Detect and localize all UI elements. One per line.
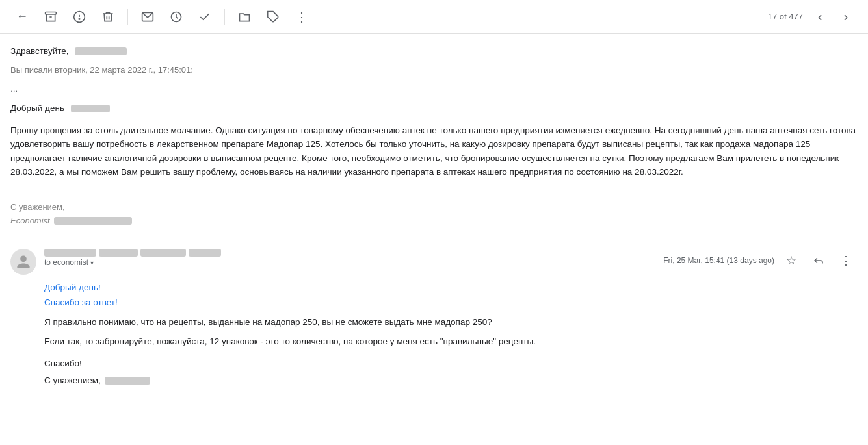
first-email-block: Здравствуйте, Вы писали вторник, 22 март… xyxy=(10,34,858,238)
svg-point-3 xyxy=(79,18,80,19)
quoted-intro: Вы писали вторник, 22 марта 2022 г., 17:… xyxy=(10,64,858,77)
delete-button[interactable] xyxy=(96,5,120,29)
good-day-name-blurred xyxy=(71,105,110,112)
good-day-line: Добрый день xyxy=(10,101,858,116)
archive-icon xyxy=(44,10,57,23)
to-dropdown-arrow[interactable]: ▾ xyxy=(90,259,94,266)
email-meta-right: Fri, 25 Mar, 15:41 (13 days ago) ☆ ⋮ xyxy=(663,249,858,272)
sender-name-blurred-4 xyxy=(189,249,221,257)
sender-name-blurred-1 xyxy=(44,249,96,257)
ellipsis: ... xyxy=(10,82,858,96)
svg-rect-0 xyxy=(46,12,57,14)
more-options-icon: ⋮ xyxy=(840,253,852,268)
greeting-text: Здравствуйте, xyxy=(10,46,68,56)
sig-regards: С уважением, xyxy=(10,201,858,214)
greeting-name-blurred xyxy=(75,47,127,55)
email-area: Здравствуйте, Вы писали вторник, 22 март… xyxy=(0,34,868,445)
to-label: to economist xyxy=(44,258,88,267)
sig-name-row: Economist xyxy=(10,214,858,228)
move-folder-button[interactable] xyxy=(233,5,256,29)
spam-button[interactable] xyxy=(68,5,91,29)
email-header-row: to economist ▾ Fri, 25 Mar, 15:41 (13 da… xyxy=(10,249,858,275)
email-icon xyxy=(141,10,154,23)
second-body-line1: Я правильно понимаю, что на рецепты, выд… xyxy=(44,315,858,329)
sig-name: Economist xyxy=(10,214,50,228)
spam-icon xyxy=(73,10,86,23)
check-icon xyxy=(198,10,211,23)
back-icon: ← xyxy=(16,10,28,23)
mark-done-button[interactable] xyxy=(193,5,217,29)
snooze-button[interactable] xyxy=(164,5,188,29)
sender-name-blurred-3 xyxy=(140,249,186,257)
sig-company-blurred xyxy=(54,217,132,225)
toolbar-right: 17 of 477 ‹ › xyxy=(768,5,858,29)
second-sig-closing: С уважением, xyxy=(44,375,101,385)
folder-icon xyxy=(238,10,251,23)
good-day-text: Добрый день xyxy=(10,103,64,113)
back-button[interactable]: ← xyxy=(10,5,34,29)
signature-block: — С уважением, Economist xyxy=(10,187,858,227)
sender-name-row xyxy=(44,249,663,257)
second-greeting: Добрый день! xyxy=(44,283,858,292)
second-sig-name-blurred xyxy=(105,377,150,385)
more-icon: ⋮ xyxy=(295,9,309,25)
first-email-body: Здравствуйте, Вы писали вторник, 22 март… xyxy=(10,44,858,227)
star-icon: ☆ xyxy=(786,253,796,268)
second-email-block: to economist ▾ Fri, 25 Mar, 15:41 (13 da… xyxy=(10,238,858,396)
divider2 xyxy=(224,9,225,25)
sender-name-blurred xyxy=(44,249,221,257)
delete-icon xyxy=(101,10,114,23)
main-body-text: Прошу прощения за столь длительное молча… xyxy=(10,125,856,177)
sender-name-blurred-2 xyxy=(99,249,138,257)
next-email-button[interactable]: › xyxy=(834,5,858,29)
sender-info: to economist ▾ xyxy=(44,249,663,267)
divider xyxy=(127,9,128,25)
reply-button[interactable] xyxy=(808,250,829,271)
nav-count: 17 of 477 xyxy=(768,12,803,21)
to-economist: to economist ▾ xyxy=(44,258,663,267)
second-email-body: Добрый день! Спасибо за ответ! Я правиль… xyxy=(44,283,858,385)
archive-button[interactable] xyxy=(39,5,62,29)
label-button[interactable] xyxy=(261,5,285,29)
toolbar-left: ← xyxy=(10,5,765,29)
second-thanks: Спасибо за ответ! xyxy=(44,298,858,307)
more-options-button[interactable]: ⋮ xyxy=(834,249,858,272)
chevron-right-icon: › xyxy=(844,9,848,24)
second-thanks-short: Спасибо! xyxy=(44,357,858,371)
more-button[interactable]: ⋮ xyxy=(290,5,313,29)
prev-email-button[interactable]: ‹ xyxy=(808,5,832,29)
toolbar: ← xyxy=(0,0,868,34)
chevron-left-icon: ‹ xyxy=(818,9,822,24)
move-to-button[interactable] xyxy=(136,5,159,29)
label-icon xyxy=(267,10,280,23)
second-body-line2: Если так, то забронируйте, пожалуйста, 1… xyxy=(44,335,858,349)
greeting-line: Здравствуйте, xyxy=(10,44,858,58)
email-date: Fri, 25 Mar, 15:41 (13 days ago) xyxy=(663,256,774,265)
avatar xyxy=(10,249,36,275)
star-button[interactable]: ☆ xyxy=(780,249,803,272)
clock-icon xyxy=(170,10,183,23)
main-body-paragraph: Прошу прощения за столь длительное молча… xyxy=(10,123,858,179)
sig-dash: — xyxy=(10,187,858,201)
reply-icon xyxy=(813,255,824,266)
second-signature: С уважением, xyxy=(44,375,858,385)
